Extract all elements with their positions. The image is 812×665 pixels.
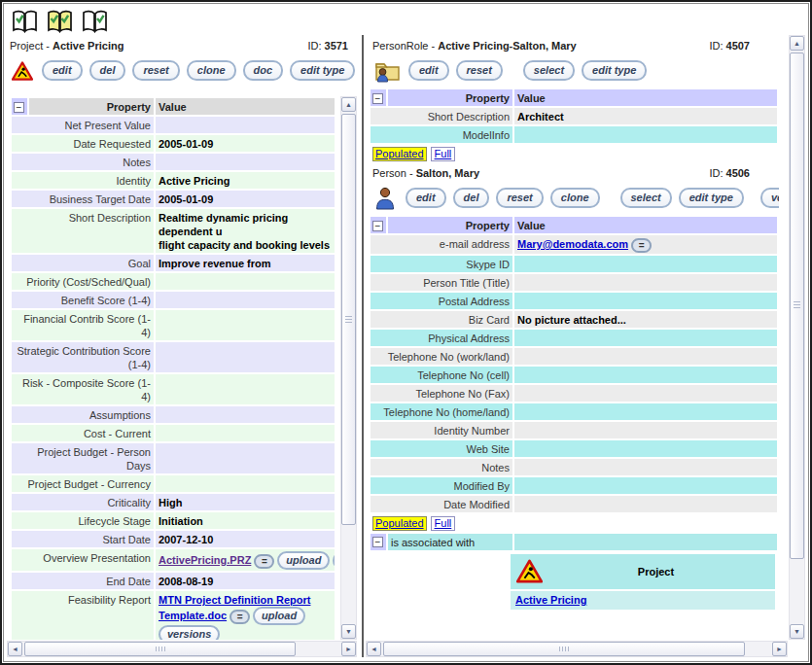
del-button[interactable]: del — [89, 60, 126, 81]
edit-type-button[interactable]: edit type — [582, 60, 647, 81]
collapse-cell: − — [371, 217, 386, 233]
project-horizontal-scrollbar[interactable]: ◄ ► — [7, 641, 357, 657]
reset-button[interactable]: reset — [132, 60, 179, 81]
scroll-down-button[interactable]: ▼ — [790, 624, 804, 639]
property-cell: Postal Address — [371, 293, 512, 309]
value-cell: No picture attached... — [514, 311, 777, 328]
warning-triangle-icon — [12, 61, 33, 81]
value-cell — [156, 117, 335, 133]
association-collapse-cell: − — [371, 534, 386, 550]
personrole-id: ID:4507 — [709, 40, 750, 52]
value-cell — [156, 154, 335, 170]
value-column-header: Value — [514, 217, 777, 233]
equals-menu-icon[interactable]: = — [229, 610, 250, 624]
vertical-scroll-thumb[interactable] — [341, 114, 356, 525]
horizontal-scroll-thumb[interactable] — [383, 642, 745, 656]
property-table: −PropertyValueNet Present ValueDate Requ… — [10, 96, 336, 640]
table-row: Biz CardNo picture attached... — [371, 311, 777, 328]
versions-button[interactable]: versions — [159, 625, 220, 640]
project-vertical-scrollbar[interactable]: ▲ ▼ — [340, 96, 357, 640]
property-cell: Physical Address — [371, 330, 512, 346]
doc-button[interactable]: doc — [243, 60, 284, 81]
scroll-left-button[interactable]: ◄ — [8, 642, 22, 656]
table-header-row: −PropertyValue — [371, 217, 777, 233]
table-row: Identity Number — [371, 422, 777, 438]
versio-button[interactable]: versio — [333, 551, 335, 570]
property-cell: Project Budget - Person Days — [12, 443, 154, 473]
clone-button[interactable]: clone — [187, 60, 236, 81]
property-cell: Short Description — [12, 209, 154, 253]
property-column-header: Property — [29, 98, 154, 115]
property-cell: Start Date — [12, 531, 154, 547]
upload-button[interactable]: upload — [277, 551, 330, 570]
populated-link[interactable]: Populated — [372, 516, 427, 531]
property-cell: Notes — [12, 154, 154, 170]
edit-button[interactable]: edit — [42, 60, 83, 81]
property-cell: Business Target Date — [12, 191, 154, 207]
upload-button[interactable]: upload — [253, 607, 305, 625]
collapse-icon[interactable]: − — [372, 537, 383, 547]
project-panel: Project - Active Pricing ID:3571 editdel… — [6, 35, 362, 659]
value-cell — [156, 475, 335, 492]
table-row: Feasibility ReportMTN Project Definition… — [12, 591, 335, 640]
del-button[interactable]: del — [453, 188, 490, 208]
value-cell — [156, 374, 335, 404]
collapse-icon[interactable]: − — [372, 221, 383, 231]
equals-menu-icon[interactable]: = — [254, 554, 274, 569]
table-row: Date Requested2005-01-09 — [12, 135, 335, 152]
scroll-down-button[interactable]: ▼ — [341, 624, 356, 639]
edit-button[interactable]: edit — [408, 60, 449, 81]
property-cell: Date Modified — [371, 496, 512, 512]
scroll-up-button[interactable]: ▲ — [790, 36, 804, 51]
file-link[interactable]: Mary@demodata.com — [517, 238, 628, 250]
edit-button[interactable]: edit — [406, 188, 446, 208]
person-horizontal-scrollbar[interactable]: ◄ ► — [366, 641, 788, 657]
model-book-check-right-icon[interactable] — [81, 9, 109, 35]
table-row: CriticalityHigh — [12, 494, 335, 510]
reset-button[interactable]: reset — [456, 60, 503, 81]
value-cell — [156, 273, 335, 290]
table-row: Overview PresentationActivePricing.PRZ=u… — [12, 549, 335, 571]
value-cell: 2005-01-09 — [156, 191, 335, 207]
value-cell — [156, 406, 335, 423]
scroll-left-button[interactable]: ◄ — [367, 642, 381, 656]
scroll-right-button[interactable]: ► — [341, 642, 356, 656]
select-button[interactable]: select — [620, 188, 672, 208]
scroll-right-button[interactable]: ► — [772, 642, 787, 656]
value-cell: Realtime dynamic pricing dependent u fli… — [156, 209, 335, 253]
warning-triangle-icon — [516, 559, 543, 583]
select-button[interactable]: select — [523, 60, 575, 81]
scroll-up-button[interactable]: ▲ — [341, 97, 356, 112]
reset-button[interactable]: reset — [496, 188, 543, 208]
table-row: Postal Address — [371, 293, 777, 309]
clone-button[interactable]: clone — [550, 188, 600, 208]
equals-menu-icon[interactable]: = — [631, 238, 652, 253]
property-cell: ModelInfo — [371, 126, 512, 143]
horizontal-scroll-thumb[interactable] — [24, 642, 296, 656]
associated-type-row: Project — [511, 554, 775, 589]
collapse-icon[interactable]: − — [14, 102, 24, 113]
model-book-check-left-icon[interactable] — [11, 9, 39, 35]
vertical-scroll-thumb[interactable] — [790, 52, 804, 559]
edit-type-button[interactable]: edit type — [679, 188, 744, 208]
model-book-double-check-icon[interactable] — [46, 9, 74, 35]
person-button-row: editdelresetcloneselectedit typever — [369, 184, 779, 215]
table-row: Short DescriptionArchitect — [371, 108, 777, 124]
collapse-icon[interactable]: − — [372, 93, 383, 104]
property-table: −PropertyValueShort DescriptionArchitect… — [369, 88, 779, 145]
value-cell — [514, 385, 777, 402]
property-column-header: Property — [388, 89, 512, 106]
edit-type-button[interactable]: edit type — [290, 60, 355, 81]
populated-link[interactable]: Populated — [372, 147, 427, 161]
value-cell — [156, 425, 335, 441]
full-link[interactable]: Full — [431, 147, 456, 161]
association-header-label: is associated with — [388, 534, 512, 550]
full-link[interactable]: Full — [431, 516, 456, 531]
ver-button[interactable]: ver — [760, 188, 779, 208]
association-header-filler — [514, 534, 777, 550]
file-link[interactable]: ActivePricing.PRZ — [159, 554, 251, 566]
person-vertical-scrollbar[interactable]: ▲ ▼ — [789, 35, 805, 640]
associated-object-link[interactable]: Active Pricing — [515, 594, 586, 606]
property-cell: Identity Number — [371, 422, 512, 438]
panel-divider[interactable] — [362, 35, 364, 657]
